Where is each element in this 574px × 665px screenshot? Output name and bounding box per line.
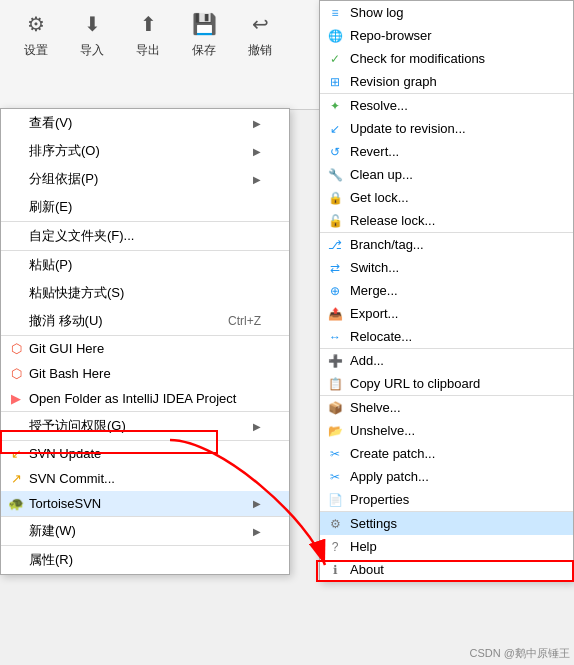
check-icon: ✓ [326, 50, 344, 68]
menu-item-sort[interactable]: 排序方式(O) ▶ [1, 137, 289, 165]
menu-item-copy-url[interactable]: 📋 Copy URL to clipboard [320, 372, 573, 395]
resolve-icon: ✦ [326, 97, 344, 115]
arrow-icon: ▶ [253, 421, 261, 432]
save-icon: 💾 [188, 10, 220, 38]
arrow-icon: ▶ [253, 498, 261, 509]
settings-r-icon: ⚙ [326, 515, 344, 533]
group-icon [7, 170, 25, 188]
export-icon: ⬆ [132, 10, 164, 38]
menu-item-new[interactable]: 新建(W) ▶ [1, 517, 289, 545]
menu-item-svn-commit[interactable]: ↗ SVN Commit... [1, 466, 289, 491]
menu-item-unshelve[interactable]: 📂 Unshelve... [320, 419, 573, 442]
update-revision-icon: ↙ [326, 120, 344, 138]
view-icon [7, 114, 25, 132]
apply-patch-icon: ✂ [326, 468, 344, 486]
menu-item-repo-browser[interactable]: 🌐 Repo-browser [320, 24, 573, 47]
branch-icon: ⎇ [326, 236, 344, 254]
menu-item-merge[interactable]: ⊕ Merge... [320, 279, 573, 302]
toolbar-label-import: 导入 [80, 42, 104, 59]
menu-item-clean-up[interactable]: 🔧 Clean up... [320, 163, 573, 186]
menu-item-git-bash[interactable]: ⬡ Git Bash Here [1, 361, 289, 386]
menu-item-properties[interactable]: 属性(R) [1, 546, 289, 574]
menu-item-apply-patch[interactable]: ✂ Apply patch... [320, 465, 573, 488]
menu-item-resolve[interactable]: ✦ Resolve... [320, 94, 573, 117]
arrow-icon: ▶ [253, 526, 261, 537]
arrow-icon: ▶ [253, 118, 261, 129]
menu-item-add[interactable]: ➕ Add... [320, 349, 573, 372]
menu-item-git-gui[interactable]: ⬡ Git GUI Here [1, 336, 289, 361]
menu-item-svn-update[interactable]: ↙ SVN Update [1, 441, 289, 466]
undo-move-icon [7, 312, 25, 330]
arrow-icon: ▶ [253, 146, 261, 157]
menu-item-show-log[interactable]: ≡ Show log [320, 1, 573, 24]
menu-item-about[interactable]: ℹ About [320, 558, 573, 581]
menu-item-export[interactable]: 📤 Export... [320, 302, 573, 325]
about-icon: ℹ [326, 561, 344, 579]
menu-item-paste[interactable]: 粘贴(P) [1, 251, 289, 279]
copy-url-icon: 📋 [326, 375, 344, 393]
toolbar-item-save[interactable]: 💾 保存 [188, 10, 220, 59]
menu-item-properties-r[interactable]: 📄 Properties [320, 488, 573, 511]
menu-item-update-revision[interactable]: ↙ Update to revision... [320, 117, 573, 140]
menu-item-idea[interactable]: ▶ Open Folder as IntelliJ IDEA Project [1, 386, 289, 411]
relocate-icon: ↔ [326, 328, 344, 346]
menu-item-revert[interactable]: ↺ Revert... [320, 140, 573, 163]
menu-item-switch[interactable]: ⇄ Switch... [320, 256, 573, 279]
menu-item-paste-shortcut[interactable]: 粘贴快捷方式(S) [1, 279, 289, 307]
svn-commit-icon: ↗ [7, 470, 25, 488]
export-r-icon: 📤 [326, 305, 344, 323]
toolbar-item-import[interactable]: ⬇ 导入 [76, 10, 108, 59]
menu-item-view[interactable]: 查看(V) ▶ [1, 109, 289, 137]
sort-icon [7, 142, 25, 160]
git-bash-icon: ⬡ [7, 365, 25, 383]
menu-item-undo-move[interactable]: 撤消 移动(U) Ctrl+Z [1, 307, 289, 335]
menu-item-branch-tag[interactable]: ⎇ Branch/tag... [320, 233, 573, 256]
toolbar-label-export: 导出 [136, 42, 160, 59]
menu-item-shelve[interactable]: 📦 Shelve... [320, 396, 573, 419]
settings-icon: ⚙ [20, 10, 52, 38]
toolbar-label-undo: 撤销 [248, 42, 272, 59]
shelve-icon: 📦 [326, 399, 344, 417]
menu-item-relocate[interactable]: ↔ Relocate... [320, 325, 573, 348]
left-context-menu: 查看(V) ▶ 排序方式(O) ▶ 分组依据(P) ▶ 刷新(E) 自定义文件夹… [0, 108, 290, 575]
menu-item-check-modifications[interactable]: ✓ Check for modifications [320, 47, 573, 70]
repo-icon: 🌐 [326, 27, 344, 45]
undo-icon: ↩ [244, 10, 276, 38]
menu-item-release-lock[interactable]: 🔓 Release lock... [320, 209, 573, 232]
menu-item-grant-access[interactable]: 授予访问权限(G) ▶ [1, 412, 289, 440]
watermark: CSDN @鹅中原锤王 [470, 646, 570, 661]
git-gui-icon: ⬡ [7, 340, 25, 358]
menu-item-settings[interactable]: ⚙ Settings [320, 512, 573, 535]
paste-icon [7, 256, 25, 274]
properties-r-icon: 📄 [326, 491, 344, 509]
menu-item-custom-folder[interactable]: 自定义文件夹(F)... [1, 222, 289, 250]
graph-icon: ⊞ [326, 73, 344, 91]
merge-icon: ⊕ [326, 282, 344, 300]
lock-icon: 🔒 [326, 189, 344, 207]
unshelve-icon: 📂 [326, 422, 344, 440]
menu-item-revision-graph[interactable]: ⊞ Revision graph [320, 70, 573, 93]
unlock-icon: 🔓 [326, 212, 344, 230]
toolbar-item-export[interactable]: ⬆ 导出 [132, 10, 164, 59]
right-context-menu: ≡ Show log 🌐 Repo-browser ✓ Check for mo… [319, 0, 574, 582]
menu-item-group[interactable]: 分组依据(P) ▶ [1, 165, 289, 193]
properties-icon [7, 551, 25, 569]
menu-item-help[interactable]: ? Help [320, 535, 573, 558]
log-icon: ≡ [326, 4, 344, 22]
toolbar-item-settings[interactable]: ⚙ 设置 [20, 10, 52, 59]
toolbar-label-settings: 设置 [24, 42, 48, 59]
import-icon: ⬇ [76, 10, 108, 38]
paste-shortcut-icon [7, 284, 25, 302]
menu-item-tortoisesvn[interactable]: 🐢 TortoiseSVN ▶ [1, 491, 289, 516]
toolbar-item-undo[interactable]: ↩ 撤销 [244, 10, 276, 59]
create-patch-icon: ✂ [326, 445, 344, 463]
revert-icon: ↺ [326, 143, 344, 161]
arrow-icon: ▶ [253, 174, 261, 185]
menu-item-get-lock[interactable]: 🔒 Get lock... [320, 186, 573, 209]
svn-update-icon: ↙ [7, 445, 25, 463]
menu-item-create-patch[interactable]: ✂ Create patch... [320, 442, 573, 465]
toolbar-label-save: 保存 [192, 42, 216, 59]
menu-item-refresh[interactable]: 刷新(E) [1, 193, 289, 221]
idea-icon: ▶ [7, 390, 25, 408]
new-icon [7, 522, 25, 540]
